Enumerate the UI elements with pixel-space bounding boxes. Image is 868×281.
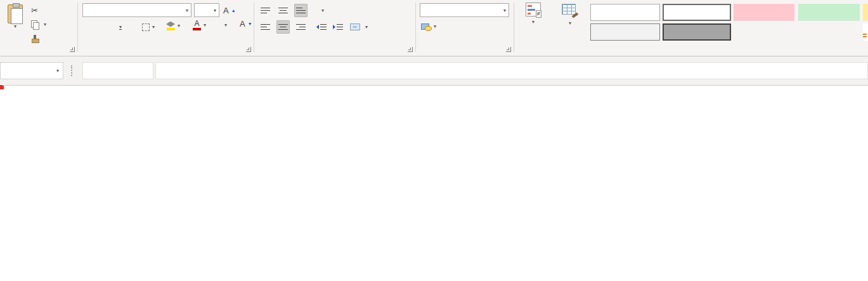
align-right-button[interactable] <box>294 20 308 34</box>
align-middle-button[interactable] <box>276 4 290 17</box>
font-name-select[interactable]: ▾ <box>82 3 191 17</box>
arrow-up-icon: ▲ <box>231 8 236 13</box>
align-bottom-icon <box>296 7 306 14</box>
cell-style-neutral-partial[interactable] <box>863 4 868 21</box>
accounting-format-button[interactable]: ▾ <box>419 20 438 33</box>
format-as-table-button[interactable]: ▾ <box>551 3 589 27</box>
merge-center-icon <box>350 23 360 30</box>
align-center-icon <box>278 23 288 30</box>
fill-color-button[interactable]: ▾ <box>164 19 182 32</box>
ribbon-group-clipboard: ▾ ✂ ▾ <box>0 0 77 56</box>
format-as-table-label2: ▾ <box>569 18 571 27</box>
copy-button[interactable]: ▾ <box>29 18 48 31</box>
phonetic-button[interactable]: ▾ <box>220 18 229 32</box>
align-center-button[interactable] <box>276 20 290 34</box>
chevron-down-icon: ▾ <box>178 23 180 29</box>
chevron-down-icon: ▾ <box>365 24 368 30</box>
align-bottom-button[interactable] <box>294 4 308 17</box>
chevron-down-icon: ▾ <box>186 8 188 13</box>
align-left-button[interactable] <box>259 20 272 34</box>
formula-bar: ▾ <box>0 56 868 86</box>
increase-decimal-button[interactable] <box>475 20 479 33</box>
ribbon: ▾ ✂ ▾ ▾ <box>0 0 868 56</box>
cell-style-good[interactable] <box>798 4 860 21</box>
currency-icon <box>421 23 431 30</box>
chevron-down-icon: ▾ <box>434 23 436 29</box>
cell-style-explanatory[interactable] <box>734 23 794 41</box>
chevron-down-icon: ▾ <box>44 22 46 27</box>
chevron-down-icon: ▾ <box>119 24 122 30</box>
active-cell-border <box>0 86 3 88</box>
spreadsheet-grid <box>0 86 868 281</box>
scissors-icon: ✂ <box>31 6 38 15</box>
chevron-down-icon: ▾ <box>14 23 16 29</box>
chevron-down-icon: ▾ <box>503 8 506 13</box>
align-top-button[interactable] <box>259 4 272 17</box>
linked-cell-mark <box>863 34 867 35</box>
chevron-down-icon: ▾ <box>204 22 206 28</box>
cell-style-check-cell[interactable] <box>663 23 731 41</box>
name-box[interactable]: ▾ <box>0 62 63 79</box>
excel-window: ▾ ✂ ▾ ▾ <box>0 0 868 281</box>
ribbon-group-font: ▾ ▾ A▲ A▼ ▾ ▾ ▾ A ▾ <box>78 0 254 56</box>
borders-button[interactable]: ▾ <box>140 20 157 34</box>
chevron-down-icon: ▾ <box>569 20 571 26</box>
ribbon-group-number: ▾ ▾ <box>416 0 514 56</box>
formula-bar-buttons <box>82 62 153 79</box>
decrease-decimal-button[interactable] <box>493 20 496 33</box>
borders-icon <box>142 23 150 31</box>
cell-style-calculation[interactable] <box>590 23 660 41</box>
font-size-select[interactable]: ▾ <box>194 3 219 17</box>
fill-color-icon <box>166 22 175 30</box>
align-middle-icon <box>278 7 288 14</box>
font-dialog-launcher[interactable] <box>246 47 251 52</box>
cell-style-normal[interactable] <box>663 4 731 21</box>
bold-button[interactable] <box>85 20 89 34</box>
underline-button[interactable]: ▾ <box>115 20 124 34</box>
copy-icon <box>31 20 39 29</box>
alignment-dialog-launcher[interactable] <box>408 47 413 52</box>
clipboard-dialog-launcher[interactable] <box>70 47 75 52</box>
italic-button[interactable] <box>100 20 104 34</box>
chevron-down-icon: ▾ <box>214 8 216 13</box>
align-top-icon <box>261 7 270 14</box>
increase-indent-button[interactable] <box>331 20 345 34</box>
align-right-icon <box>296 23 306 30</box>
ribbon-group-alignment: ▾ ▾ <box>254 0 415 56</box>
paste-button[interactable]: ▾ <box>4 3 27 49</box>
comma-style-button[interactable] <box>461 17 465 30</box>
cell-style-warning-text[interactable] <box>798 23 860 41</box>
align-left-icon <box>261 23 270 30</box>
chevron-down-icon: ▾ <box>152 24 155 30</box>
decrease-indent-icon <box>316 23 327 30</box>
format-painter-icon <box>31 34 39 42</box>
red-highlight-box <box>0 86 4 89</box>
cell-style-normal2[interactable] <box>590 4 660 21</box>
arrow-down-icon: ▼ <box>248 22 252 26</box>
formula-bar-divider[interactable] <box>71 65 72 76</box>
merge-center-button[interactable]: ▾ <box>348 20 370 34</box>
format-painter-button[interactable] <box>29 32 44 45</box>
font-color-icon: A <box>193 20 201 30</box>
number-dialog-launcher[interactable] <box>506 47 511 52</box>
cut-button[interactable]: ✂ <box>29 4 42 17</box>
clipboard-paste-icon <box>8 4 23 23</box>
ribbon-group-styles: ≠ ▾ ▾ <box>514 0 868 56</box>
wrap-text-button[interactable] <box>345 4 351 17</box>
chevron-down-icon: ▾ <box>56 68 59 74</box>
font-color-button[interactable]: A ▾ <box>191 18 208 32</box>
formula-input[interactable] <box>155 62 868 79</box>
cell-style-bad[interactable] <box>734 4 794 21</box>
chevron-down-icon: ▾ <box>532 19 534 25</box>
decrease-indent-button[interactable] <box>314 20 328 34</box>
linked-cell-mark <box>863 36 867 37</box>
number-format-select[interactable]: ▾ <box>420 3 509 17</box>
conditional-formatting-icon: ≠ <box>526 3 541 16</box>
percent-style-button[interactable] <box>446 19 450 32</box>
chevron-down-icon: ▾ <box>224 22 227 28</box>
orientation-button[interactable]: ▾ <box>317 4 326 17</box>
cell-style-linked-partial[interactable] <box>863 23 868 41</box>
increase-indent-icon <box>333 23 343 30</box>
chevron-down-icon: ▾ <box>321 8 324 13</box>
conditional-formatting-button[interactable]: ≠ ▾ <box>517 3 550 25</box>
